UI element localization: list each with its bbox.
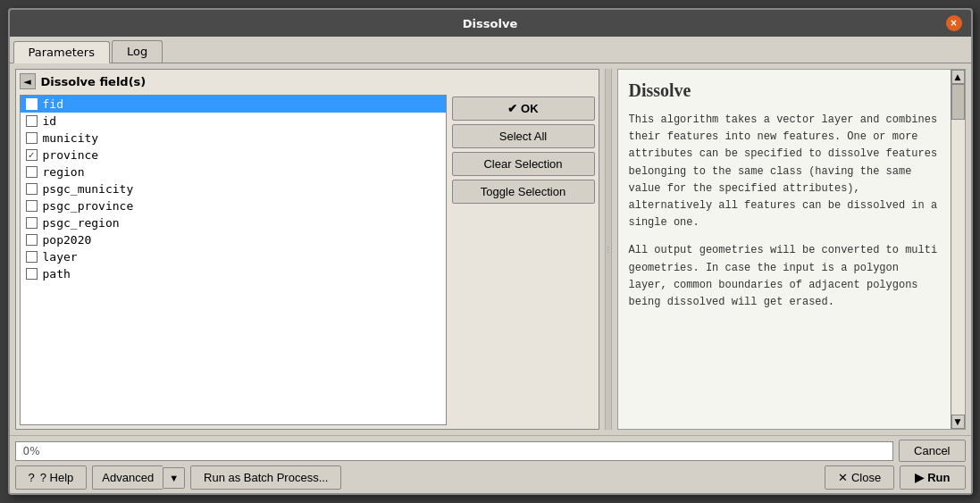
dialog-body: Parameters Log ◄ Dissolve field(s) — [10, 37, 971, 493]
field-label: region — [43, 165, 85, 179]
field-item[interactable]: psgc_region — [21, 214, 446, 231]
field-label: psgc_municity — [43, 182, 134, 196]
toggle-selection-button[interactable]: Toggle Selection — [452, 180, 595, 204]
progress-label: 0% — [23, 445, 40, 457]
field-item[interactable]: fid — [21, 96, 446, 113]
advanced-button-group: Advanced ▼ — [92, 465, 185, 490]
field-checkbox[interactable] — [26, 132, 38, 144]
field-checkbox[interactable] — [26, 149, 38, 161]
field-checkbox[interactable] — [26, 98, 38, 110]
field-item[interactable]: layer — [21, 248, 446, 265]
section-title: Dissolve field(s) — [41, 75, 147, 88]
titlebar: Dissolve × — [10, 10, 971, 37]
close-dialog-button[interactable]: ✕ Close — [825, 465, 894, 490]
ok-button[interactable]: ✔ OK — [452, 96, 595, 121]
scroll-down-button[interactable]: ▼ — [951, 415, 965, 429]
advanced-dropdown-button[interactable]: ▼ — [163, 467, 185, 489]
field-section: ◄ Dissolve field(s) fididmunicityprovinc… — [15, 69, 599, 430]
help-scrollbar: ▲ ▼ — [951, 70, 965, 429]
help-paragraph-2: All output geometries will be converted … — [629, 242, 940, 311]
scroll-up-button[interactable]: ▲ — [951, 70, 965, 84]
dialog-title: Dissolve — [333, 17, 648, 30]
collapse-button[interactable]: ◄ — [20, 73, 36, 89]
chevron-down-icon: ▼ — [169, 473, 179, 483]
run-icon: ▶ — [915, 471, 924, 484]
progress-row: 0% Cancel — [15, 440, 966, 462]
field-label: pop2020 — [43, 233, 92, 247]
help-panel: Dissolve This algorithm takes a vector l… — [617, 69, 966, 430]
select-all-button[interactable]: Select All — [452, 124, 595, 148]
tab-parameters[interactable]: Parameters — [13, 41, 110, 63]
cancel-button[interactable]: Cancel — [899, 440, 965, 462]
field-checkbox[interactable] — [26, 217, 38, 229]
batch-process-button[interactable]: Run as Batch Process... — [190, 465, 341, 490]
button-row: ? ? Help Advanced ▼ Run as Batch Process… — [15, 465, 966, 490]
field-checkbox[interactable] — [26, 200, 38, 212]
field-checkbox[interactable] — [26, 268, 38, 280]
help-button[interactable]: ? ? Help — [15, 465, 88, 490]
field-item[interactable]: municity — [21, 130, 446, 147]
scrollbar-track — [951, 84, 965, 415]
field-item[interactable]: id — [21, 113, 446, 130]
dissolve-dialog: Dissolve × Parameters Log ◄ — [8, 8, 973, 495]
field-label: layer — [43, 250, 78, 264]
field-item[interactable]: psgc_municity — [21, 180, 446, 197]
field-label: province — [43, 148, 99, 162]
splitter[interactable]: ⋮ — [605, 69, 612, 430]
advanced-main-button[interactable]: Advanced — [92, 465, 163, 490]
scrollbar-thumb[interactable] — [951, 84, 965, 120]
help-content: Dissolve This algorithm takes a vector l… — [618, 70, 965, 429]
field-label: municity — [43, 131, 99, 145]
section-header: ◄ Dissolve field(s) — [20, 73, 595, 91]
field-checkbox[interactable] — [26, 234, 38, 246]
tab-log[interactable]: Log — [112, 40, 163, 63]
field-item[interactable]: pop2020 — [21, 231, 446, 248]
content-area: ◄ Dissolve field(s) fididmunicityprovinc… — [10, 63, 971, 435]
field-checkbox[interactable] — [26, 251, 38, 263]
field-label: psgc_province — [43, 199, 134, 213]
field-list-container: fididmunicityprovinceregionpsgc_municity… — [20, 95, 595, 425]
left-panel: ◄ Dissolve field(s) fididmunicityprovinc… — [15, 69, 599, 430]
bottom-bar: 0% Cancel ? ? Help Advanced ▼ — [10, 435, 971, 493]
field-list[interactable]: fididmunicityprovinceregionpsgc_municity… — [20, 95, 447, 425]
field-checkbox[interactable] — [26, 115, 38, 127]
help-text: This algorithm takes a vector layer and … — [629, 112, 940, 311]
close-window-button[interactable]: × — [946, 15, 962, 31]
field-label: fid — [43, 97, 63, 111]
field-item[interactable]: psgc_province — [21, 197, 446, 214]
field-label: path — [43, 267, 71, 281]
field-checkbox[interactable] — [26, 166, 38, 178]
tab-bar: Parameters Log — [10, 37, 971, 63]
close-icon: ✕ — [838, 471, 848, 484]
help-icon: ? — [29, 471, 35, 484]
field-item[interactable]: province — [21, 147, 446, 163]
field-checkbox[interactable] — [26, 183, 38, 195]
field-item[interactable]: region — [21, 163, 446, 180]
field-item[interactable]: path — [21, 265, 446, 282]
run-button[interactable]: ▶ Run — [900, 465, 965, 490]
help-title: Dissolve — [629, 80, 940, 101]
progress-bar-container: 0% — [15, 441, 894, 461]
help-paragraph-1: This algorithm takes a vector layer and … — [629, 112, 940, 231]
field-label: id — [43, 114, 57, 128]
field-label: psgc_region — [43, 216, 120, 230]
clear-selection-button[interactable]: Clear Selection — [452, 152, 595, 176]
action-buttons: ✔ OK Select All Clear Selection Toggle S… — [452, 95, 595, 425]
